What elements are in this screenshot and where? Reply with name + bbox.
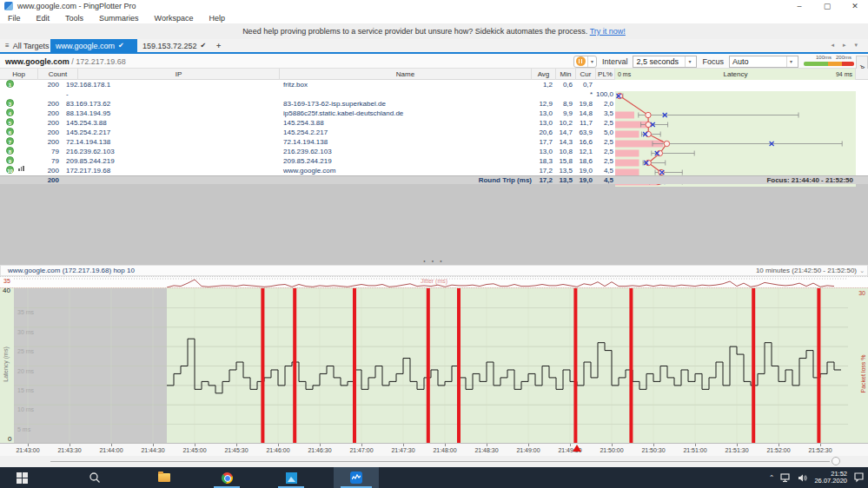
col-cur[interactable]: Cur [576,69,596,80]
y-gridline-label: 15 ms [17,387,35,393]
pause-icon [576,56,586,66]
latency-ymin-label: 0 [8,435,11,443]
panel-splitter[interactable]: ● ● ● [0,258,868,265]
chrome-button[interactable] [207,467,247,488]
tray-clock[interactable]: 21:52 26.07.2020 [814,471,847,485]
timeline-graph-icon[interactable] [18,166,24,171]
hop-min: 15,8 [553,156,573,166]
hop-packet-loss: 3,5 [593,109,613,118]
time-tick-label: 21:45:30 [217,447,255,453]
trace-row-hop-1[interactable]: 1200192.168.178.1fritz.box1,20,60,7 [0,80,868,89]
time-tick-label: 21:49:00 [509,447,547,453]
y-gridline-label: 35 ms [17,309,35,315]
time-tick-mark [153,444,154,446]
new-target-tab-button[interactable]: + [211,39,226,52]
col-ip[interactable]: IP [78,69,280,80]
tab-www-google-com[interactable]: www.google.com ✔ [50,39,137,52]
menu-workspace[interactable]: Workspace [147,14,202,23]
round-trip-pl: 4,5 [593,176,613,185]
col-count[interactable]: Count [38,69,78,80]
col-avg[interactable]: Avg [532,69,556,80]
time-tick-label: 21:52:30 [801,447,839,453]
check-icon: ✔ [201,42,207,49]
menu-summaries[interactable]: Summaries [91,14,147,23]
round-trip-cur: 19,0 [573,176,593,185]
minimize-button[interactable]: – [786,0,812,12]
hop-count: 200 [24,99,59,109]
interval-select[interactable]: 2,5 seconds ▾ [633,56,697,68]
sidekick-notification-bar: Need help proving problems to a service … [0,23,868,39]
menu-help[interactable]: Help [201,14,233,23]
latency-scale-legend: 100ms 200ms [804,56,854,68]
time-tick-label: 21:48:00 [426,447,464,453]
time-tick-label: 21:52:00 [759,447,798,453]
col-name[interactable]: Name [280,69,532,80]
trace-rows: 1200192.168.178.1fritz.box1,20,60,7-*100… [0,80,868,175]
hop-cur: 63,9 [573,128,593,137]
timeline-range-label[interactable]: 10 minutes (21:42:50 - 21:52:50) [756,266,857,276]
chrome-icon [222,472,233,484]
taskbar-search-button[interactable] [75,467,115,488]
hop-cur: 12,1 [573,147,593,156]
hop-min: 13,5 [553,166,573,175]
time-tick-mark [445,444,446,446]
focus-select[interactable]: Auto ▾ [729,56,798,68]
pingplotter-taskbar-button[interactable] [334,467,379,488]
tab-159-153-72-252[interactable]: 159.153.72.252 ✔ [137,39,211,52]
timeline-graph-panel[interactable]: 35 ms30 ms25 ms20 ms15 ms10 ms5 ms 40 0 … [0,287,868,443]
focus-position-marker[interactable] [573,445,581,452]
time-tick-mark [320,444,321,446]
col-hop[interactable]: Hop [0,69,38,80]
hop-name: 216.239.62.103 [283,147,332,156]
hop-cur: 19,8 [573,99,593,109]
maximize-button[interactable]: ▢ [814,0,840,12]
try-it-now-link[interactable]: Try it now! [590,27,626,36]
file-explorer-button[interactable] [144,467,184,488]
y-gridline-label: 20 ms [17,368,35,374]
col-latency: 0 ms Latency 94 ms [615,69,856,80]
scale-100ms-label: 100ms [816,55,832,60]
focus-label: Focus [702,57,724,66]
hop-min: 0,6 [553,80,573,89]
hop-cur: 16,6 [573,137,593,147]
hop-avg: 18,3 [520,156,553,166]
pause-button[interactable]: ▾ [573,56,597,68]
hop-cur: 0,7 [573,80,593,89]
focus-range-text: Focus: 21:44:40 - 21:52:50 [615,176,853,185]
hop-avg: 13,0 [520,118,553,128]
photos-app-button[interactable] [271,467,311,488]
speaker-icon[interactable] [798,473,808,483]
hop-cur: 11,7 [573,118,593,128]
hop-cur: * [573,89,593,99]
round-trip-row: 200 Round Trip (ms) 17,2 13,5 19,0 4,5 F… [0,175,868,184]
hop-avg: 13,0 [520,147,553,156]
action-center-icon[interactable] [853,472,865,483]
chevron-down-icon[interactable]: ⌄ [859,266,865,276]
tray-chevron-icon[interactable]: ⌃ [769,474,775,482]
start-button[interactable] [2,467,42,488]
col-pl[interactable]: PL% [596,69,615,80]
timeline-target-label[interactable]: www.google.com (172.217.19.68) hop 10 [8,266,135,276]
hop-packet-loss: 2,0 [593,99,613,109]
hop-packet-loss: 2,5 [593,118,613,128]
scrollbar-thumb[interactable] [832,457,840,465]
close-button[interactable]: ✕ [842,0,868,12]
hop-ip: 192.168.178.1 [66,80,110,89]
notification-text: Need help proving problems to a service … [242,27,587,36]
col-min[interactable]: Min [556,69,576,80]
target-ip: 172.217.19.68 [76,57,126,66]
network-icon[interactable] [780,473,792,483]
tab-scroll-arrows[interactable]: ◂ ▸ ▾ [832,42,861,49]
hop-cur: 19,0 [573,166,593,175]
folder-icon [158,473,170,482]
scrollbar-track[interactable] [50,461,830,462]
pingplotter-icon [350,472,362,484]
menu-file[interactable]: File [0,14,29,23]
hop-packet-loss: 2,5 [593,147,613,156]
hop-avg: 17,2 [520,166,553,175]
menu-edit[interactable]: Edit [29,14,58,23]
timeline-scrollbar[interactable] [0,456,868,467]
menu-tools[interactable]: Tools [57,14,91,23]
chevron-down-icon[interactable]: ▾ [587,56,596,67]
interval-label: Interval [602,57,628,66]
